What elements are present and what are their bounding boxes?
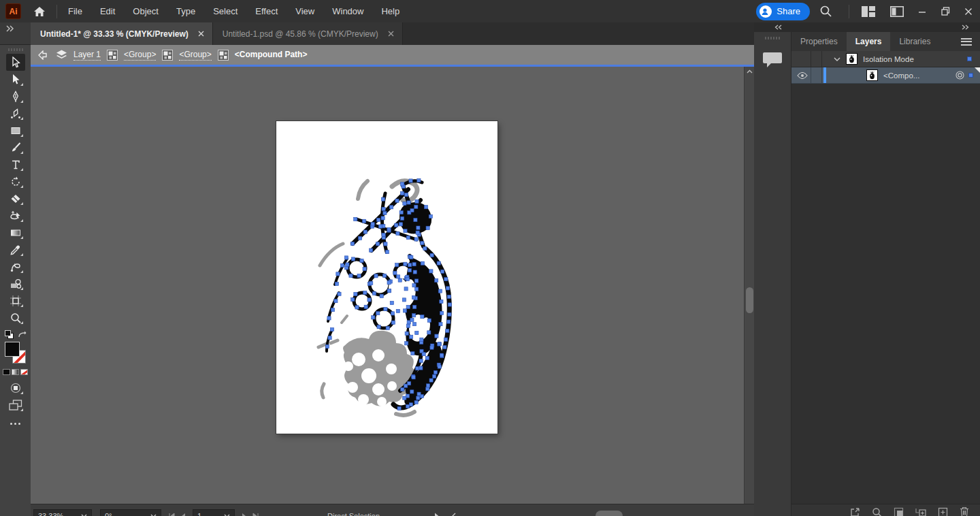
artboard-nav-next[interactable]	[242, 513, 259, 516]
none-chip[interactable]	[20, 369, 28, 375]
close-button[interactable]	[957, 2, 980, 21]
home-button[interactable]	[28, 3, 51, 20]
selection-indicator[interactable]	[967, 57, 972, 61]
panel-menu-icon[interactable]	[961, 36, 972, 47]
menu-select[interactable]: Select	[213, 6, 238, 16]
vertical-scrollbar[interactable]	[744, 67, 754, 504]
tab-close-icon[interactable]	[198, 31, 204, 37]
panel-toggle-icon[interactable]	[890, 6, 904, 17]
breadcrumb-layer[interactable]: Layer 1	[74, 50, 101, 61]
back-arrow-icon[interactable]	[37, 50, 50, 60]
prev-artboard-icon[interactable]	[180, 513, 186, 516]
tab-properties[interactable]: Properties	[791, 32, 847, 51]
document-tab-inactive[interactable]: Untitled-1.psd @ 45.86 % (CMYK/Preview)	[213, 22, 403, 45]
minimize-button[interactable]	[911, 2, 934, 21]
visibility-eye-icon[interactable]	[797, 72, 808, 79]
artboard-number-select[interactable]: 1	[193, 509, 235, 516]
paintbrush-tool[interactable]	[6, 139, 25, 156]
rotate-tool[interactable]	[6, 173, 25, 190]
layer-row-isolation-mode[interactable]: Isolation Mode	[791, 51, 980, 67]
type-tool[interactable]	[6, 156, 25, 173]
tab-title: Untitled-1.psd @ 45.86 % (CMYK/Preview)	[223, 29, 378, 39]
screen-mode-button[interactable]	[6, 396, 25, 413]
shape-builder-tool[interactable]	[6, 207, 25, 224]
selection-tool[interactable]	[6, 54, 25, 71]
menu-window[interactable]: Window	[332, 6, 363, 16]
menu-effect[interactable]: Effect	[255, 6, 278, 16]
draw-mode-button[interactable]	[6, 379, 25, 396]
scrollbar-thumb[interactable]	[746, 287, 753, 313]
collect-for-export-icon[interactable]	[850, 507, 860, 516]
color-chip[interactable]	[3, 369, 10, 375]
puppet-warp-tool[interactable]	[6, 258, 25, 275]
chevron-down-icon[interactable]	[834, 57, 840, 61]
tab-libraries[interactable]: Libraries	[890, 32, 939, 51]
first-artboard-icon[interactable]	[168, 513, 175, 516]
rectangle-tool[interactable]	[6, 122, 25, 139]
swap-fill-stroke-icon[interactable]	[18, 331, 27, 339]
eyedropper-tool[interactable]	[6, 241, 25, 258]
restore-button[interactable]	[934, 2, 957, 21]
toolbar-grip[interactable]	[8, 48, 23, 51]
rotation-select[interactable]: 0°	[100, 509, 161, 516]
pen-tool[interactable]	[6, 88, 25, 105]
tab-label: Libraries	[899, 37, 930, 46]
layer-thumbnail[interactable]	[846, 53, 858, 65]
scroll-up-icon[interactable]	[747, 69, 753, 74]
next-artboard-icon[interactable]	[242, 513, 247, 516]
rotation-value: 0°	[105, 509, 112, 516]
menubar: Ai File Edit Object Type Select Effect V…	[0, 0, 980, 22]
delete-layer-icon[interactable]	[960, 506, 969, 516]
last-artboard-icon[interactable]	[252, 513, 259, 516]
document-tab-active[interactable]: Untitled-1* @ 33.33 % (CMYK/Preview)	[31, 22, 213, 45]
menu-help[interactable]: Help	[381, 6, 399, 16]
arrange-documents-icon[interactable]	[862, 6, 875, 17]
curvature-tool[interactable]	[6, 105, 25, 122]
new-sublayer-icon[interactable]	[915, 507, 926, 516]
gradient-tool[interactable]	[6, 224, 25, 241]
shaper-tool[interactable]	[6, 275, 25, 292]
status-chevron-icon[interactable]	[451, 513, 456, 516]
zoom-level-select[interactable]: 33.33%	[33, 509, 92, 516]
new-layer-icon[interactable]	[938, 507, 948, 516]
menu-edit[interactable]: Edit	[100, 6, 115, 16]
target-icon[interactable]	[956, 71, 964, 80]
breadcrumb-group-1[interactable]: <Group>	[124, 50, 156, 61]
comments-panel-button[interactable]	[761, 49, 784, 69]
fill-swatch-black[interactable]	[5, 342, 20, 357]
menu-type[interactable]: Type	[176, 6, 195, 16]
document-tabs: Untitled-1* @ 33.33 % (CMYK/Preview) Unt…	[31, 22, 754, 45]
menu-view[interactable]: View	[295, 6, 314, 16]
artboard-tool[interactable]	[6, 292, 25, 309]
layer-row-compound-path[interactable]: <Compo...	[791, 67, 980, 84]
artboard[interactable]	[276, 121, 497, 434]
document-area: Untitled-1* @ 33.33 % (CMYK/Preview) Unt…	[31, 22, 754, 516]
search-button[interactable]	[819, 5, 832, 18]
canvas[interactable]	[31, 67, 744, 504]
tab-close-icon[interactable]	[388, 31, 394, 37]
selection-indicator[interactable]	[968, 73, 973, 78]
layer-name: Isolation Mode	[863, 55, 914, 63]
locate-object-icon[interactable]	[872, 507, 882, 516]
row-corner-mark	[975, 67, 980, 73]
layer-thumbnail[interactable]	[866, 69, 878, 81]
strip-grip[interactable]	[765, 37, 780, 39]
menu-object[interactable]: Object	[133, 6, 159, 16]
breadcrumb-group-2[interactable]: <Group>	[179, 50, 211, 61]
horizontal-scrollbar-thumb[interactable]	[595, 511, 623, 516]
clipping-mask-icon[interactable]	[894, 507, 904, 516]
direct-selection-tool[interactable]	[6, 71, 25, 88]
app-icon[interactable]: Ai	[5, 3, 21, 19]
share-button[interactable]: Share	[756, 3, 810, 20]
eraser-tool[interactable]	[6, 190, 25, 207]
zoom-tool[interactable]	[6, 309, 25, 326]
expand-panels-icon[interactable]	[961, 25, 969, 30]
toolbar-collapse[interactable]	[0, 22, 31, 45]
more-tools-button[interactable]	[10, 423, 20, 425]
default-fill-stroke-icon[interactable]	[5, 330, 14, 339]
collapse-panels-icon[interactable]	[774, 25, 783, 30]
menu-file[interactable]: File	[68, 6, 82, 16]
tab-layers[interactable]: Layers	[847, 32, 891, 51]
artboard-nav-prev[interactable]	[168, 513, 186, 516]
gradient-chip[interactable]	[12, 369, 19, 375]
